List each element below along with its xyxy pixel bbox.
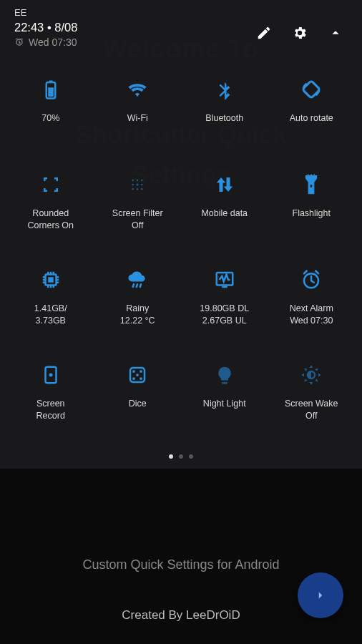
tile-next-alarm-label: Next Alarm Wed 07:30	[287, 303, 336, 327]
svg-point-22	[132, 370, 135, 373]
edit-icon[interactable]	[256, 25, 272, 41]
page-dot-3[interactable]	[189, 454, 193, 459]
svg-rect-16	[48, 277, 54, 283]
svg-point-13	[141, 188, 143, 190]
tile-flashlight[interactable]: Flashlight	[268, 165, 356, 254]
tile-weather[interactable]: Rainy 12.22 °C	[94, 260, 182, 349]
rounded-corners-icon	[40, 174, 62, 195]
status-bar: EE	[0, 0, 362, 18]
chevron-right-icon	[314, 589, 327, 602]
tile-auto-rotate-label: Auto rotate	[287, 112, 336, 125]
tile-bluetooth-label: Bluetooth	[202, 112, 246, 125]
svg-point-26	[136, 374, 139, 376]
clock-time: 22:43	[14, 21, 44, 34]
svg-point-20	[49, 374, 52, 377]
next-alarm-header[interactable]: Wed 07:30	[14, 36, 256, 48]
tile-night-light-label: Night Light	[200, 398, 249, 410]
bg-author-text: Created By LeeDrOiD	[122, 608, 240, 623]
tile-memory-label: 1.41GB/ 3.73GB	[31, 303, 70, 327]
tile-bluetooth[interactable]: Bluetooth	[181, 69, 268, 159]
tile-wifi[interactable]: Wi-Fi	[94, 69, 182, 159]
svg-point-25	[140, 377, 142, 380]
tile-rounded-corners-label: Rounded Corners On	[24, 208, 77, 232]
time-date[interactable]: 22:43 • 8/08	[14, 21, 256, 34]
chevron-up-icon[interactable]	[328, 25, 343, 41]
tile-dice-label: Dice	[126, 398, 150, 410]
page-indicator[interactable]	[0, 449, 362, 469]
tile-auto-rotate[interactable]: Auto rotate	[268, 69, 356, 159]
brightness-icon	[300, 364, 322, 386]
svg-point-23	[140, 370, 142, 373]
tile-screen-wake-label: Screen Wake Off	[282, 398, 341, 422]
wifi-icon	[127, 79, 148, 100]
tile-screen-record[interactable]: Screen Record	[7, 355, 94, 444]
tile-screen-wake[interactable]: Screen Wake Off	[268, 355, 356, 444]
tile-flashlight-label: Flashlight	[290, 208, 334, 220]
rain-cloud-icon	[127, 269, 148, 291]
tile-wifi-label: Wi-Fi	[124, 112, 151, 125]
svg-rect-4	[303, 81, 321, 99]
tile-mobile-data-label: Mobile data	[198, 208, 250, 220]
svg-point-11	[132, 188, 134, 190]
carrier-label: EE	[14, 7, 26, 18]
gear-icon[interactable]	[292, 25, 308, 41]
tile-battery-label: 70%	[39, 112, 62, 125]
screen-filter-icon	[127, 174, 148, 195]
screen-record-icon	[40, 364, 62, 386]
lightbulb-icon	[214, 364, 235, 386]
bluetooth-icon	[214, 79, 235, 100]
svg-rect-14	[310, 185, 313, 187]
tile-memory[interactable]: 1.41GB/ 3.73GB	[7, 260, 94, 349]
alarm-icon	[14, 37, 24, 47]
tile-screen-record-label: Screen Record	[34, 398, 68, 422]
shade-header: 22:43 • 8/08 Wed 07:30	[0, 18, 362, 48]
svg-text:70: 70	[48, 86, 54, 92]
clock-date: 8/08	[54, 21, 77, 34]
page-dot-1[interactable]	[169, 454, 173, 459]
tile-mobile-data[interactable]: Mobile data	[181, 165, 268, 254]
svg-point-7	[141, 180, 143, 182]
svg-rect-1	[49, 81, 52, 83]
svg-point-6	[137, 180, 139, 182]
alarm-time-label: Wed 07:30	[29, 36, 77, 48]
svg-point-5	[132, 180, 134, 182]
svg-point-10	[141, 184, 143, 186]
svg-point-12	[137, 188, 139, 190]
auto-rotate-icon	[300, 79, 322, 100]
tile-next-alarm[interactable]: Next Alarm Wed 07:30	[268, 260, 356, 349]
monitor-activity-icon	[214, 269, 235, 291]
mobile-data-icon	[214, 174, 235, 195]
tile-dice[interactable]: Dice	[94, 355, 182, 444]
tile-screen-filter-label: Screen Filter Off	[109, 208, 166, 232]
tile-screen-filter[interactable]: Screen Filter Off	[94, 165, 182, 254]
bg-subtitle-text: Custom Quick Settings for Android	[82, 557, 279, 572]
flashlight-icon	[300, 174, 322, 195]
svg-point-9	[137, 183, 139, 185]
tile-night-light[interactable]: Night Light	[181, 355, 268, 444]
svg-point-24	[132, 377, 135, 380]
page-dot-2[interactable]	[179, 454, 183, 459]
dice-icon	[127, 364, 148, 386]
battery-icon: 70	[40, 79, 62, 100]
tile-data-usage[interactable]: 19.80GB DL 2.67GB UL	[181, 260, 268, 349]
quick-settings-shade: EE 22:43 • 8/08 Wed 07:30	[0, 0, 362, 469]
alarm-clock-icon	[300, 269, 322, 291]
tile-weather-label: Rainy 12.22 °C	[117, 303, 158, 327]
tile-battery[interactable]: 70 70%	[7, 69, 94, 159]
memory-chip-icon	[40, 269, 62, 291]
tile-data-usage-label: 19.80GB DL 2.67GB UL	[197, 303, 252, 327]
tile-rounded-corners[interactable]: Rounded Corners On	[7, 165, 94, 254]
svg-point-8	[132, 184, 134, 186]
next-fab-button[interactable]	[298, 572, 343, 618]
quick-settings-tiles: 70 70% Wi-Fi Bluetooth Auto rotate	[0, 48, 362, 449]
